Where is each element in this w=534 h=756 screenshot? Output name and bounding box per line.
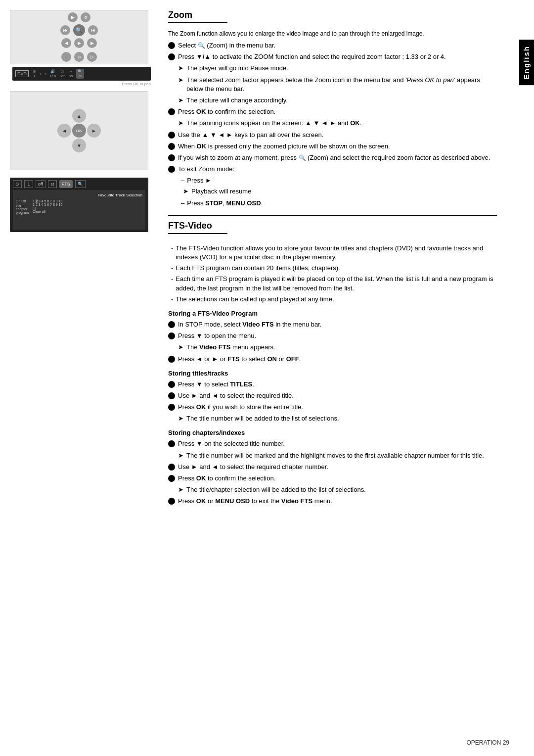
sp-bullet-2-text: Press ▼ to open the menu. — [178, 331, 256, 340]
rewind-icon: ⏮ — [60, 25, 70, 35]
zoom-bullet-2-text: Press ▼/▲ to activate the ZOOM function … — [178, 52, 446, 61]
english-tab: English — [519, 40, 534, 85]
zoom-icon: 🔍 — [73, 24, 85, 36]
exit-zoom-arrow: ➤ Playback will resume — [183, 187, 497, 196]
device-diagram-top: ▶ ⚙ ⏮ 🔍 ⏭ ◀ ▶ ▶ ⏸ ⊙ ▷ — [10, 10, 148, 64]
zoom-bullet-7: To exit Zoom mode: — [168, 165, 497, 174]
st-dot-3 — [168, 404, 175, 411]
st-bullet-1-text: Press ▼ to select TITLES. — [178, 380, 254, 389]
dash-sym-fts-2: - — [171, 264, 173, 273]
storing-chapters-list: Press ▼ on the selected title number. — [168, 439, 497, 448]
st-bullet-1: Press ▼ to select TITLES. — [168, 380, 497, 389]
exit-zoom-1-text: Press ► — [187, 176, 212, 185]
zoom-bullet-1: Select 🔍 (Zoom) in the menu bar. — [168, 41, 497, 50]
nav-up-btn: ▲ — [72, 109, 86, 123]
sp-bullet-3: Press ◄ or ► or FTS to select ON or OFF. — [168, 355, 497, 364]
storing-program-list-2: Press ◄ or ► or FTS to select ON or OFF. — [168, 355, 497, 364]
zoom-arrow-2-text: The selected zoom factor appears below t… — [186, 76, 497, 94]
storing-chapters-title: Storing chapters/indexes — [168, 429, 497, 436]
st-bullet-2: Use ► and ◄ to select the required title… — [168, 391, 497, 400]
dash-sym-fts-4: - — [171, 295, 173, 304]
dash-sym-fts-1: - — [171, 244, 173, 253]
footer: OPERATION 29 — [467, 739, 509, 746]
play-icon: ▶ — [68, 12, 78, 22]
circle-icon: ⊙ — [74, 52, 84, 62]
exit-zoom-2-text: Press STOP, MENU OSD. — [187, 199, 263, 208]
nav-right-btn: ► — [87, 124, 101, 138]
sc-dot-1 — [168, 440, 175, 447]
sc-arrow-sym-2: ➤ — [178, 485, 183, 494]
zoom-bullet-3: Press OK to confirm the selection. — [168, 107, 497, 116]
sc-bullet-4: Press OK or MENU OSD to exit the Video F… — [168, 497, 497, 506]
nav-empty-bl — [57, 139, 71, 152]
zoom-intro: The Zoom function allows you to enlarge … — [168, 29, 497, 38]
sp-arrow-1-text: The Video FTS menu appears. — [186, 343, 275, 352]
pause-icon: ⏸ — [61, 52, 71, 62]
fts-chapter-row: chapter — [16, 207, 29, 211]
zoom-bullet-7-text: To exit Zoom mode: — [178, 165, 234, 174]
menu-bar-1-container: DVD ⊙T 1 2 🔊1en □1en →no 🔍2× Press OK to… — [10, 67, 153, 87]
dash-sym-2: – — [181, 199, 184, 208]
st-arrow-1: ➤ The title number will be added to the … — [178, 414, 497, 423]
sc-bullet-1-text: Press ▼ on the selected title number. — [178, 439, 285, 448]
fts-clear-all: Clear all — [33, 210, 62, 213]
fts-ch-nums: 1 2 3 4 5 6 7 8 9 10 — [33, 203, 62, 206]
fts-on-nums: 1 2 3 4 5 6 7 8 9 10 — [33, 199, 62, 203]
fts-intro-list: - The FTS-Video function allows you to s… — [168, 244, 497, 304]
zoom-bullet-4: Use the ▲ ▼ ◄ ► keys to pan all over the… — [168, 131, 497, 140]
zoom-arrow-1-text: The player will go into Pause mode. — [186, 64, 288, 73]
sc-bullet-3: Press OK to confirm the selection. — [168, 474, 497, 483]
zoom-bullet-6: If you wish to zoom at any moment, press… — [168, 153, 497, 162]
storing-titles-title: Storing titles/tracks — [168, 370, 497, 377]
zoom-arrow-2: ➤ The selected zoom factor appears below… — [178, 76, 497, 94]
fts-col-labels: On Off title chapter program — [16, 199, 29, 214]
zoom-bullet-list: Select 🔍 (Zoom) in the menu bar. Press ▼… — [168, 41, 497, 61]
sp-bullet-1: In STOP mode, select Video FTS in the me… — [168, 320, 497, 329]
nav-down-btn: ▼ — [72, 139, 86, 152]
storing-titles-list: Press ▼ to select TITLES. Use ► and ◄ to… — [168, 380, 497, 412]
dash-sym-1: – — [181, 176, 184, 185]
sc-dot-3 — [168, 475, 175, 482]
nav-cross: ▲ ◄ OK ► ▼ — [57, 109, 101, 152]
zoom-bullet-list-3: Use the ▲ ▼ ◄ ► keys to pan all over the… — [168, 131, 497, 174]
fts-video-title: FTS-Video — [168, 221, 227, 234]
fts-cell-1: 1 — [24, 180, 33, 188]
fts-fav-title: Favourite Track Selection — [16, 193, 142, 197]
fts-intro-1-text: The FTS-Video function allows you to sto… — [176, 244, 497, 262]
bullet-dot-7 — [168, 166, 175, 173]
next-icon: ▶ — [87, 38, 97, 48]
zoom-arrow-1: ➤ The player will go into Pause mode. — [178, 64, 497, 73]
sc-dot-4 — [168, 498, 175, 505]
st-arrow-sym-1: ➤ — [178, 414, 183, 423]
fts-cell-st: st — [48, 180, 57, 188]
fts-intro-2-text: Each FTS program can contain 20 items (t… — [176, 264, 340, 273]
fts-title-row: title — [16, 204, 29, 207]
arrow-sym-exit: ➤ — [183, 187, 188, 196]
sp-bullet-3-text: Press ◄ or ► or FTS to select ON or OFF. — [178, 355, 301, 364]
fts-cell-off: off — [36, 180, 45, 188]
sc-arrow-1: ➤ The title number will be marked and th… — [178, 451, 497, 460]
storing-chapters-list-3: Press OK or MENU OSD to exit the Video F… — [168, 497, 497, 506]
fts-col-on: 1 2 3 4 5 6 7 8 9 10 1 2 3 4 5 6 7 8 9 1… — [33, 199, 62, 214]
bullet-dot-6 — [168, 154, 175, 161]
st-bullet-2-text: Use ► and ◄ to select the required title… — [178, 391, 294, 400]
arrow-sym-3: ➤ — [178, 96, 183, 105]
fts-intro-3-text: Each time an FTS program is played it wi… — [176, 275, 497, 292]
step-icon: ▷ — [87, 52, 97, 62]
zoom-bullet-5: When OK is pressed only the zoomed pictu… — [168, 142, 497, 151]
st-bullet-3-text: Press OK if you wish to store the entire… — [178, 403, 303, 412]
zoom-arrow-3: ➤ The picture will change accordingly. — [178, 96, 497, 105]
sc-bullet-2-text: Use ► and ◄ to select the required chapt… — [178, 463, 328, 472]
nav-empty-br — [87, 139, 101, 152]
prev-icon: ◀ — [61, 38, 71, 48]
sc-arrow-sym-1: ➤ — [178, 451, 183, 460]
menu-icon-sub: □1en — [59, 69, 65, 78]
zoom-title: Zoom — [168, 10, 227, 23]
fts-cell-zoom: 🔍 — [75, 180, 86, 188]
sc-arrow-1-text: The title number will be marked and the … — [186, 451, 484, 460]
bullet-dot-4 — [168, 132, 175, 139]
sc-arrow-2-text: The title/chapter selection will be adde… — [186, 485, 366, 494]
zoom-bullet-2: Press ▼/▲ to activate the ZOOM function … — [168, 52, 497, 61]
st-dot-1 — [168, 381, 175, 388]
menu-icon-t: 1 — [39, 72, 41, 76]
